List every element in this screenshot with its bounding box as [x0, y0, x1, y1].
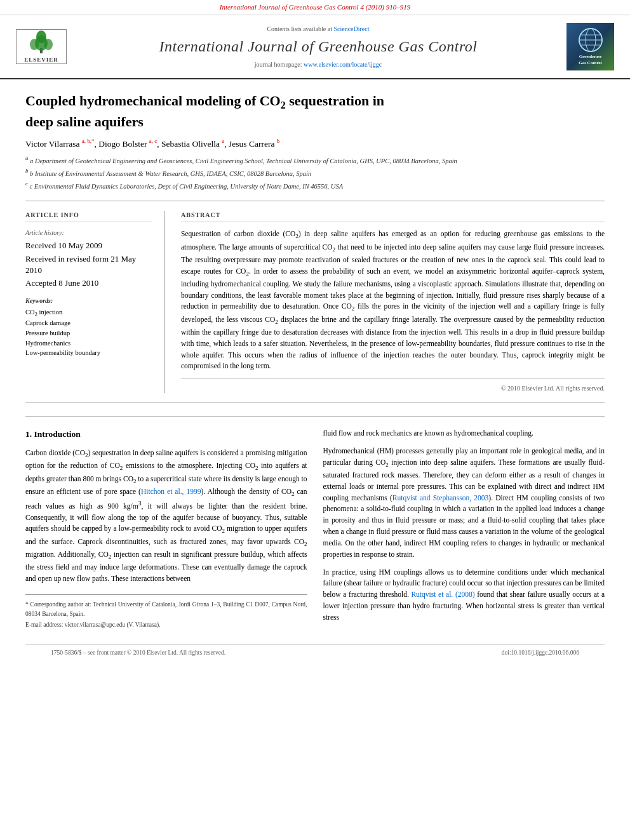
journal-center: Contents lists available at ScienceDirec… [70, 25, 566, 69]
affiliation-a: a a Department of Geotechnical Engineeri… [25, 154, 605, 166]
journal-citation-text: International Journal of Greenhouse Gas … [220, 3, 410, 11]
keyword-hydromechanics: Hydromechanics [25, 339, 152, 349]
sciencedirect-link[interactable]: ScienceDirect [333, 25, 369, 32]
journal-title: International Journal of Greenhouse Gas … [83, 36, 554, 58]
keyword-low-permeability: Low-permeability boundary [25, 349, 152, 358]
body-section: 1. Introduction Carbon dioxide (CO2) seq… [25, 428, 605, 632]
affiliation-c: c c Environmental Fluid Dynamics Laborat… [25, 180, 605, 191]
journal-corner-box: Greenhouse Gas Control [566, 23, 617, 70]
article-info-column: Article Info Article history: Received 1… [25, 211, 165, 393]
corner-image: Greenhouse Gas Control [566, 23, 614, 70]
affiliations: a a Department of Geotechnical Engineeri… [25, 154, 605, 192]
article-info-abstract-section: Article Info Article history: Received 1… [25, 201, 605, 403]
footnote-email: E-mail address: victor.vilarrasa@upc.edu… [25, 620, 307, 630]
body-right-column: fluid flow and rock mechanics are known … [323, 428, 605, 632]
elsevier-logo-box: ELSEVIER [16, 29, 67, 64]
journal-url-label: journal homepage: www.elsevier.com/locat… [83, 60, 554, 69]
authors-line: Victor Vilarrasa a, b,*, Diogo Bolster a… [25, 137, 605, 150]
journal-citation-bar: International Journal of Greenhouse Gas … [0, 0, 630, 15]
body-para-4: In practice, using HM couplings allows u… [323, 567, 605, 623]
body-left-column: 1. Introduction Carbon dioxide (CO2) seq… [25, 428, 307, 632]
history-revised: Received in revised form 21 May 2010 [25, 253, 152, 276]
elsevier-logo: ELSEVIER [13, 29, 70, 64]
corner-text-line1: Greenhouse [579, 54, 602, 59]
journal-url-link[interactable]: www.elsevier.com/locate/ijggc [304, 61, 382, 68]
footnote-area: * Corresponding author at: Technical Uni… [25, 594, 307, 630]
page-footer: 1750-5836/$ – see front matter © 2010 El… [25, 644, 605, 657]
abstract-text: Sequestration of carbon dioxide (CO2) in… [181, 229, 605, 372]
abstract-label: Abstract [181, 211, 605, 222]
footnote-star: * Corresponding author at: Technical Uni… [25, 600, 307, 618]
affiliation-b: b b Institute of Environmental Assessmen… [25, 167, 605, 178]
section-1-heading: 1. Introduction [25, 428, 307, 441]
ref-rutqvist-2003[interactable]: Rutqvist and Stephansson, 2003 [392, 494, 489, 502]
section-divider [25, 416, 605, 417]
copyright-line: © 2010 Elsevier Ltd. All rights reserved… [181, 378, 605, 393]
elsevier-tree-icon [25, 30, 57, 55]
body-para-2: fluid flow and rock mechanics are known … [323, 428, 605, 439]
keyword-pressure: Pressure buildup [25, 329, 152, 338]
footer-issn: 1750-5836/$ – see front matter © 2010 El… [51, 649, 225, 657]
keywords-label: Keywords: [25, 297, 152, 305]
corner-text-line2: Gas Control [579, 60, 602, 65]
body-para-3: Hydromechanical (HM) processes generally… [323, 446, 605, 561]
footer-doi: doi:10.1016/j.ijggc.2010.06.006 [502, 649, 579, 657]
journal-header: ELSEVIER Contents lists available at Sci… [0, 15, 630, 79]
svg-point-4 [36, 30, 46, 43]
history-accepted: Accepted 8 June 2010 [25, 277, 152, 289]
keyword-co2-injection: CO2 injection [25, 308, 152, 318]
article-title: Coupled hydromechanical modeling of CO2 … [25, 92, 605, 131]
corner-globe-icon [575, 27, 607, 53]
sciencedirect-label: Contents lists available at ScienceDirec… [83, 25, 554, 34]
elsevier-brand-text: ELSEVIER [24, 56, 58, 64]
article-history-label: Article history: [25, 229, 152, 237]
history-received: Received 10 May 2009 [25, 240, 152, 251]
abstract-column: Abstract Sequestration of carbon dioxide… [165, 211, 605, 393]
ref-hitchon[interactable]: Hitchon et al., 1999 [141, 488, 201, 495]
article-info-label: Article Info [25, 211, 152, 222]
keyword-caprock: Caprock damage [25, 319, 152, 328]
ref-rutqvist-2008[interactable]: Rutqvist et al. (2008) [411, 590, 474, 598]
main-content: Coupled hydromechanical modeling of CO2 … [0, 79, 630, 670]
body-para-1: Carbon dioxide (CO2) sequestration in de… [25, 448, 307, 585]
